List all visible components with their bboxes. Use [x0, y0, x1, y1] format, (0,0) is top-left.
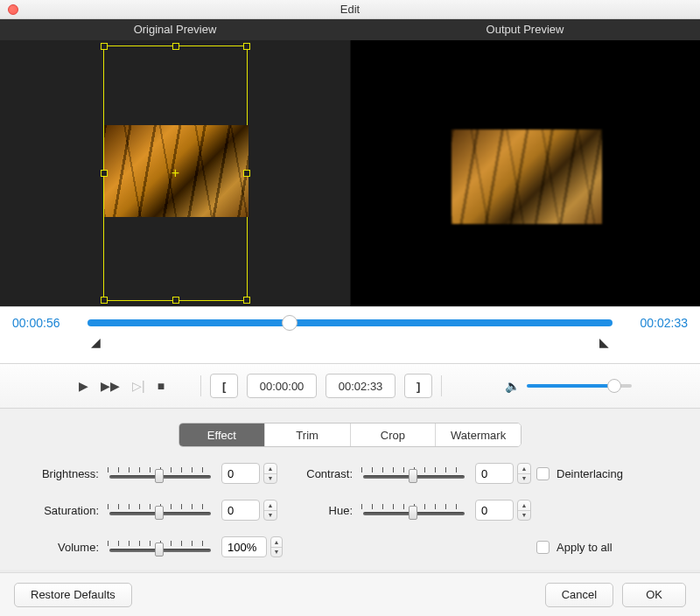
volume-effect-stepper[interactable]: ▲▼ [270, 536, 283, 557]
set-in-button[interactable]: [ [210, 374, 238, 398]
stop-icon[interactable]: ■ [158, 379, 164, 393]
original-preview-pane[interactable]: + [0, 40, 350, 306]
set-out-button[interactable]: ] [404, 374, 432, 398]
divider [441, 375, 442, 396]
brightness-input[interactable] [221, 463, 260, 484]
restore-defaults-button[interactable]: Restore Defaults [14, 583, 132, 607]
previews: + [0, 40, 700, 306]
volume-knob[interactable] [607, 379, 621, 393]
timeline-playhead[interactable] [282, 315, 298, 331]
hue-slider[interactable] [361, 502, 466, 518]
tab-crop[interactable]: Crop [351, 424, 437, 446]
chevron-up-icon[interactable]: ▲ [518, 464, 530, 474]
timeline-end-time: 00:02:33 [623, 316, 688, 330]
volume-control: 🔈 [505, 379, 632, 393]
crop-handle[interactable] [243, 297, 250, 304]
tab-watermark[interactable]: Watermark [436, 424, 521, 446]
crop-handle[interactable] [172, 43, 179, 50]
volume-slider[interactable] [527, 384, 632, 388]
chevron-down-icon[interactable]: ▼ [518, 474, 530, 484]
brightness-label: Brightness: [16, 467, 108, 480]
volume-effect-input[interactable] [221, 536, 267, 557]
divider [200, 375, 201, 396]
contrast-label: Contrast: [283, 467, 361, 480]
chevron-down-icon[interactable]: ▼ [264, 474, 276, 484]
ok-button[interactable]: OK [622, 583, 686, 607]
crop-box[interactable]: + [103, 46, 248, 301]
crop-handle[interactable] [243, 43, 250, 50]
crop-handle[interactable] [243, 170, 250, 177]
chevron-up-icon[interactable]: ▲ [264, 464, 276, 474]
out-marker-icon[interactable]: ◣ [599, 335, 609, 349]
fast-forward-icon[interactable]: ▶▶ [101, 379, 120, 393]
titlebar: Edit [0, 0, 700, 19]
saturation-stepper[interactable]: ▲▼ [263, 500, 277, 521]
crop-center-icon: + [172, 165, 179, 181]
cancel-button[interactable]: Cancel [545, 583, 613, 607]
chevron-up-icon[interactable]: ▲ [518, 500, 530, 511]
footer: Restore Defaults Cancel OK [0, 572, 700, 616]
video-thumbnail-output [452, 130, 602, 224]
timeline-track[interactable] [88, 319, 612, 326]
volume-effect-slider[interactable] [108, 539, 213, 555]
contrast-slider[interactable] [361, 466, 466, 481]
saturation-input[interactable] [221, 500, 260, 521]
chevron-down-icon[interactable]: ▼ [271, 548, 282, 557]
play-icon[interactable]: ▶ [79, 379, 88, 393]
apply-to-all-checkbox[interactable] [536, 541, 550, 554]
original-preview-label: Original Preview [0, 19, 350, 40]
crop-handle[interactable] [101, 170, 108, 177]
brightness-stepper[interactable]: ▲▼ [263, 463, 277, 484]
crop-handle[interactable] [101, 297, 108, 304]
chevron-up-icon[interactable]: ▲ [271, 537, 282, 548]
chevron-up-icon[interactable]: ▲ [264, 500, 276, 511]
hue-stepper[interactable]: ▲▼ [517, 500, 531, 521]
tab-effect[interactable]: Effect [179, 424, 265, 446]
speaker-icon[interactable]: 🔈 [505, 379, 520, 393]
in-time[interactable]: 00:00:00 [247, 374, 317, 398]
output-preview-pane [350, 40, 701, 306]
output-preview-label: Output Preview [350, 19, 700, 40]
apply-to-all-label: Apply to all [556, 541, 612, 554]
out-time[interactable]: 00:02:33 [326, 374, 396, 398]
saturation-label: Saturation: [16, 504, 108, 517]
close-icon[interactable] [8, 4, 18, 15]
in-marker-icon[interactable]: ◢ [91, 335, 101, 349]
deinterlacing-checkbox[interactable] [536, 467, 550, 480]
preview-header: Original Preview Output Preview [0, 19, 700, 40]
timeline-start-time: 00:00:56 [12, 316, 77, 330]
next-frame-icon[interactable]: ▷| [132, 379, 145, 393]
contrast-stepper[interactable]: ▲▼ [517, 463, 531, 484]
saturation-slider[interactable] [108, 502, 213, 518]
chevron-down-icon[interactable]: ▼ [264, 511, 276, 521]
chevron-down-icon[interactable]: ▼ [518, 511, 530, 521]
crop-handle[interactable] [101, 43, 108, 50]
tabs: Effect Trim Crop Watermark [178, 423, 522, 447]
volume-label: Volume: [16, 541, 108, 554]
window-title: Edit [340, 3, 360, 16]
hue-input[interactable] [475, 500, 514, 521]
contrast-input[interactable] [475, 463, 514, 484]
timeline: 00:00:56 00:02:33 ◢ ◣ [0, 306, 700, 363]
crop-handle[interactable] [172, 297, 179, 304]
hue-label: Hue: [283, 504, 361, 517]
transport-bar: ▶ ▶▶ ▷| ■ [ 00:00:00 00:02:33 ] 🔈 [0, 363, 700, 409]
tab-trim[interactable]: Trim [265, 424, 351, 446]
brightness-slider[interactable] [108, 466, 213, 481]
effects-panel: Effect Trim Crop Watermark Brightness: ▲… [0, 409, 700, 570]
deinterlacing-label: Deinterlacing [556, 467, 623, 480]
